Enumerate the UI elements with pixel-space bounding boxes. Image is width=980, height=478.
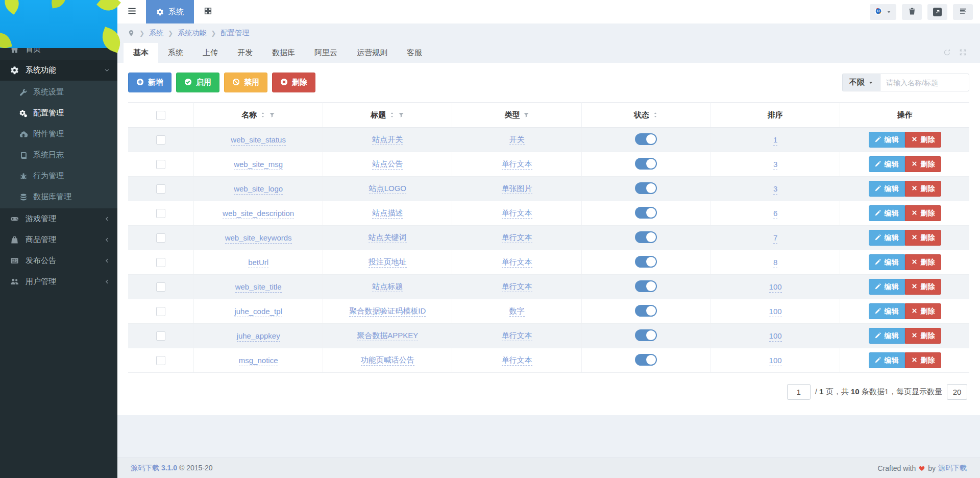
edit-button[interactable]: 编辑 xyxy=(869,230,905,246)
row-checkbox[interactable] xyxy=(156,282,165,292)
row-type-link[interactable]: 单行文本 xyxy=(502,282,532,292)
sidebar-item-behavior-manage[interactable]: 行为管理 xyxy=(0,165,117,186)
row-sort-link[interactable]: 7 xyxy=(773,233,777,244)
row-title-link[interactable]: 功能页喊话公告 xyxy=(361,355,414,366)
breadcrumb-link[interactable]: 系统功能 xyxy=(178,29,206,38)
column-header[interactable]: 排序 xyxy=(710,103,840,128)
row-type-link[interactable]: 单行文本 xyxy=(502,355,532,366)
row-sort-link[interactable]: 1 xyxy=(773,135,777,146)
row-title-link[interactable]: 投注页地址 xyxy=(369,257,407,268)
row-type-link[interactable]: 单张图片 xyxy=(502,184,532,194)
sidebar-item-config-manage[interactable]: 配置管理 xyxy=(0,103,117,124)
row-title-link[interactable]: 聚合数据APPKEY xyxy=(357,331,418,341)
edit-button[interactable]: 编辑 xyxy=(869,279,905,295)
user-menu-button[interactable]: U xyxy=(870,4,896,20)
page-input[interactable] xyxy=(787,384,811,400)
menu-list-button[interactable] xyxy=(953,4,973,20)
row-title-link[interactable]: 站点开关 xyxy=(372,135,403,145)
row-name-link[interactable]: web_site_status xyxy=(231,135,286,146)
tab-阿里云[interactable]: 阿里云 xyxy=(305,43,347,63)
row-checkbox[interactable] xyxy=(156,233,165,243)
per-page-input[interactable] xyxy=(947,384,967,400)
row-checkbox[interactable] xyxy=(156,307,165,316)
row-checkbox[interactable] xyxy=(156,160,165,169)
row-delete-button[interactable]: 删除 xyxy=(905,279,941,295)
trash-button[interactable] xyxy=(902,4,922,20)
row-sort-link[interactable]: 8 xyxy=(773,258,777,268)
row-checkbox[interactable] xyxy=(156,356,165,365)
modules-grid-button[interactable] xyxy=(194,0,222,23)
row-name-link[interactable]: web_site_title xyxy=(235,282,282,293)
footer-crafted-link[interactable]: 源码下载 xyxy=(938,464,967,473)
status-toggle[interactable] xyxy=(635,182,657,194)
filter-icon[interactable] xyxy=(523,112,529,118)
sidebar-item-database-manage[interactable]: 数据库管理 xyxy=(0,186,117,207)
row-name-link[interactable]: juhe_appkey xyxy=(237,331,280,342)
tab-数据库[interactable]: 数据库 xyxy=(262,43,305,63)
status-toggle[interactable] xyxy=(635,354,657,366)
row-sort-link[interactable]: 100 xyxy=(769,331,782,342)
edit-button[interactable]: 编辑 xyxy=(869,156,905,172)
row-delete-button[interactable]: 删除 xyxy=(905,156,941,172)
row-name-link[interactable]: web_site_description xyxy=(223,209,294,219)
sort-icon[interactable] xyxy=(260,112,266,118)
add-button[interactable]: 新增 xyxy=(128,73,172,92)
tab-客服[interactable]: 客服 xyxy=(397,43,432,63)
row-title-link[interactable]: 站点标题 xyxy=(372,282,403,292)
sidebar-item-game-manage[interactable]: 游戏管理 xyxy=(0,208,117,229)
row-sort-link[interactable]: 6 xyxy=(773,209,777,219)
row-delete-button[interactable]: 删除 xyxy=(905,181,941,197)
row-type-link[interactable]: 数字 xyxy=(509,306,525,317)
filter-icon[interactable] xyxy=(398,112,404,118)
status-toggle[interactable] xyxy=(635,231,657,243)
row-title-link[interactable]: 站点关键词 xyxy=(369,233,407,243)
row-delete-button[interactable]: 删除 xyxy=(905,205,941,221)
sort-icon[interactable] xyxy=(652,112,658,118)
row-name-link[interactable]: juhe_code_tpl xyxy=(234,307,282,317)
edit-button[interactable]: 编辑 xyxy=(869,205,905,221)
sidebar-item-publish-notice[interactable]: 发布公告 xyxy=(0,250,117,271)
breadcrumb-link[interactable]: 配置管理 xyxy=(220,29,249,38)
tab-上传[interactable]: 上传 xyxy=(193,43,228,63)
filter-icon[interactable] xyxy=(269,112,275,118)
refresh-icon[interactable] xyxy=(943,49,951,58)
tab-开发[interactable]: 开发 xyxy=(228,43,262,63)
row-type-link[interactable]: 单行文本 xyxy=(502,331,532,341)
row-name-link[interactable]: web_site_logo xyxy=(234,184,283,195)
sidebar-toggle-button[interactable] xyxy=(117,0,146,23)
row-delete-button[interactable]: 删除 xyxy=(905,132,941,148)
row-name-link[interactable]: web_site_msg xyxy=(234,160,283,170)
column-header[interactable]: 类型 xyxy=(452,103,581,128)
tab-系统[interactable]: 系统 xyxy=(158,43,193,63)
status-toggle[interactable] xyxy=(635,280,657,292)
row-type-link[interactable]: 单行文本 xyxy=(502,257,532,268)
row-sort-link[interactable]: 100 xyxy=(769,282,782,293)
search-input[interactable] xyxy=(880,74,969,91)
row-checkbox[interactable] xyxy=(156,331,165,341)
delete-button[interactable]: 删除 xyxy=(272,73,315,92)
breadcrumb-link[interactable]: 系统 xyxy=(149,29,163,38)
fullscreen-icon[interactable] xyxy=(959,49,967,58)
topbar-tab-system[interactable]: 系统 xyxy=(146,0,194,23)
status-toggle[interactable] xyxy=(635,256,657,268)
sidebar-item-system-log[interactable]: 系统日志 xyxy=(0,145,117,165)
row-type-link[interactable]: 开关 xyxy=(509,135,525,145)
edit-button[interactable]: 编辑 xyxy=(869,303,905,319)
status-toggle[interactable] xyxy=(635,158,657,170)
sort-icon[interactable] xyxy=(389,112,395,118)
row-sort-link[interactable]: 3 xyxy=(773,160,777,170)
edit-button[interactable]: 编辑 xyxy=(869,132,905,148)
sidebar-item-system-functions[interactable]: 系统功能 xyxy=(0,60,117,81)
row-delete-button[interactable]: 删除 xyxy=(905,230,941,246)
select-all-checkbox[interactable] xyxy=(156,111,165,120)
edit-button[interactable]: 编辑 xyxy=(869,352,905,368)
column-header[interactable]: 状态 xyxy=(581,103,710,128)
edit-button[interactable]: 编辑 xyxy=(869,328,905,344)
row-name-link[interactable]: msg_notice xyxy=(239,356,278,366)
external-link-button[interactable] xyxy=(927,4,947,20)
filter-dropdown[interactable]: 不限 xyxy=(842,74,880,91)
row-checkbox[interactable] xyxy=(156,209,165,218)
sidebar-item-attachment-manage[interactable]: 附件管理 xyxy=(0,124,117,145)
disable-button[interactable]: 禁用 xyxy=(224,73,267,92)
row-sort-link[interactable]: 3 xyxy=(773,184,777,195)
